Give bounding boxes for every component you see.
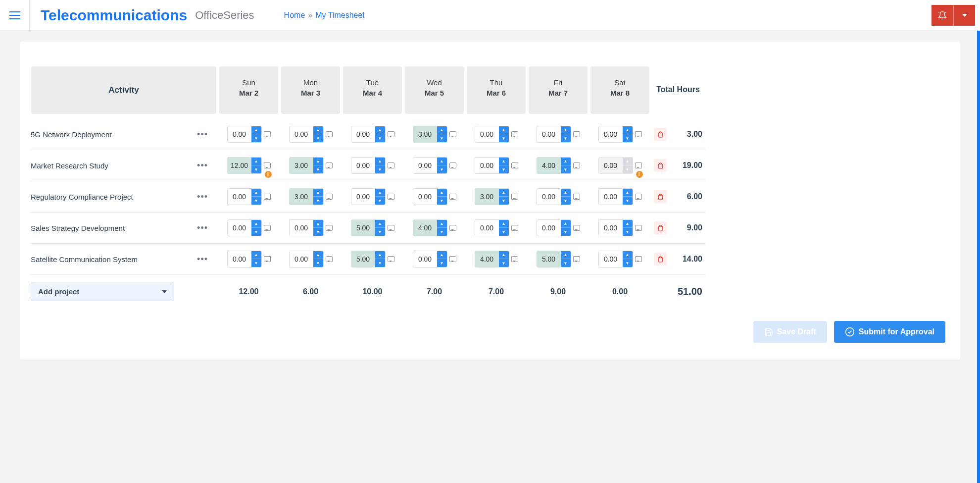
step-down-button[interactable]: ▼ bbox=[251, 197, 261, 205]
hours-stepper[interactable]: ▲▼ bbox=[598, 126, 633, 143]
note-icon[interactable] bbox=[326, 131, 333, 137]
hours-input[interactable] bbox=[413, 193, 437, 201]
hours-stepper[interactable]: ▲▼ bbox=[289, 188, 324, 205]
hours-stepper[interactable]: ▲▼ bbox=[413, 219, 447, 236]
step-up-button[interactable]: ▲ bbox=[313, 188, 323, 197]
hours-stepper[interactable]: ▲▼ bbox=[475, 188, 509, 205]
hours-input[interactable] bbox=[537, 255, 561, 263]
step-up-button[interactable]: ▲ bbox=[375, 126, 385, 134]
hours-input[interactable] bbox=[599, 193, 623, 201]
step-down-button[interactable]: ▼ bbox=[313, 259, 323, 268]
hours-input[interactable] bbox=[228, 161, 251, 169]
step-down-button[interactable]: ▼ bbox=[251, 259, 261, 268]
step-down-button[interactable]: ▼ bbox=[313, 197, 323, 205]
step-up-button[interactable]: ▲ bbox=[313, 126, 323, 134]
hours-stepper[interactable]: ▲▼ bbox=[475, 251, 509, 268]
step-down-button[interactable]: ▼ bbox=[623, 259, 633, 268]
step-up-button[interactable]: ▲ bbox=[623, 188, 633, 197]
step-down-button[interactable]: ▼ bbox=[437, 259, 447, 268]
step-up-button[interactable]: ▲ bbox=[623, 157, 633, 165]
note-icon[interactable] bbox=[388, 194, 394, 200]
step-up-button[interactable]: ▲ bbox=[313, 251, 323, 259]
hours-input[interactable] bbox=[537, 130, 561, 138]
hours-stepper[interactable]: ▲▼ bbox=[537, 126, 571, 143]
hours-stepper[interactable]: ▲▼ bbox=[413, 157, 447, 174]
note-icon[interactable] bbox=[449, 162, 456, 168]
hours-stepper[interactable]: ▲▼ bbox=[289, 219, 324, 236]
hours-stepper[interactable]: ▲▼ bbox=[227, 219, 262, 236]
note-icon[interactable] bbox=[635, 225, 642, 231]
step-down-button[interactable]: ▼ bbox=[623, 228, 633, 236]
step-down-button[interactable]: ▼ bbox=[561, 259, 571, 268]
hours-stepper[interactable]: ▲▼ bbox=[351, 126, 386, 143]
note-icon[interactable] bbox=[326, 162, 333, 168]
note-icon[interactable] bbox=[449, 131, 456, 137]
note-icon[interactable] bbox=[326, 256, 333, 262]
hours-input[interactable] bbox=[413, 161, 437, 169]
hours-input[interactable] bbox=[290, 130, 313, 138]
hours-stepper[interactable]: ▲▼ bbox=[413, 126, 447, 143]
row-menu-icon[interactable]: ••• bbox=[193, 190, 212, 204]
step-down-button[interactable]: ▼ bbox=[499, 197, 509, 205]
note-icon[interactable] bbox=[635, 256, 642, 262]
step-down-button[interactable]: ▼ bbox=[437, 165, 447, 174]
hours-input[interactable] bbox=[475, 130, 499, 138]
step-up-button[interactable]: ▲ bbox=[437, 251, 447, 259]
row-menu-icon[interactable]: ••• bbox=[193, 252, 212, 267]
step-down-button[interactable]: ▼ bbox=[375, 228, 385, 236]
step-down-button[interactable]: ▼ bbox=[499, 259, 509, 268]
hours-input[interactable] bbox=[475, 193, 499, 201]
step-down-button[interactable]: ▼ bbox=[375, 165, 385, 174]
step-down-button[interactable]: ▼ bbox=[499, 134, 509, 143]
row-menu-icon[interactable]: ••• bbox=[193, 221, 212, 235]
hours-input[interactable] bbox=[351, 193, 375, 201]
step-up-button[interactable]: ▲ bbox=[375, 219, 385, 228]
hamburger-menu-icon[interactable] bbox=[0, 0, 30, 31]
hours-input[interactable] bbox=[290, 255, 313, 263]
note-icon[interactable] bbox=[511, 162, 518, 168]
step-up-button[interactable]: ▲ bbox=[437, 219, 447, 228]
note-icon[interactable] bbox=[264, 225, 271, 231]
hours-input[interactable] bbox=[290, 161, 313, 169]
step-up-button[interactable]: ▲ bbox=[499, 188, 509, 197]
step-up-button[interactable]: ▲ bbox=[375, 157, 385, 165]
step-up-button[interactable]: ▲ bbox=[313, 219, 323, 228]
hours-stepper[interactable]: ▲▼ bbox=[289, 157, 324, 174]
step-down-button[interactable]: ▼ bbox=[623, 134, 633, 143]
step-up-button[interactable]: ▲ bbox=[375, 188, 385, 197]
note-icon[interactable] bbox=[449, 225, 456, 231]
hours-stepper[interactable]: ▲▼ bbox=[227, 157, 262, 174]
step-up-button[interactable]: ▲ bbox=[437, 188, 447, 197]
note-icon[interactable] bbox=[511, 256, 518, 262]
step-up-button[interactable]: ▲ bbox=[251, 157, 261, 165]
hours-input[interactable] bbox=[599, 130, 623, 138]
delete-row-button[interactable] bbox=[654, 253, 667, 266]
row-menu-icon[interactable]: ••• bbox=[193, 159, 212, 173]
delete-row-button[interactable] bbox=[654, 159, 667, 172]
hours-stepper[interactable]: ▲▼ bbox=[598, 157, 633, 174]
delete-row-button[interactable] bbox=[654, 128, 667, 141]
hours-stepper[interactable]: ▲▼ bbox=[475, 219, 509, 236]
step-down-button[interactable]: ▼ bbox=[623, 165, 633, 174]
step-down-button[interactable]: ▼ bbox=[251, 134, 261, 143]
hours-input[interactable] bbox=[475, 255, 499, 263]
hours-stepper[interactable]: ▲▼ bbox=[289, 251, 324, 268]
note-icon[interactable] bbox=[635, 162, 642, 168]
note-icon[interactable] bbox=[635, 194, 642, 200]
step-down-button[interactable]: ▼ bbox=[375, 134, 385, 143]
step-up-button[interactable]: ▲ bbox=[561, 251, 571, 259]
step-down-button[interactable]: ▼ bbox=[313, 165, 323, 174]
step-up-button[interactable]: ▲ bbox=[251, 219, 261, 228]
step-up-button[interactable]: ▲ bbox=[561, 188, 571, 197]
step-up-button[interactable]: ▲ bbox=[437, 126, 447, 134]
step-up-button[interactable]: ▲ bbox=[375, 251, 385, 259]
hours-input[interactable] bbox=[599, 255, 623, 263]
row-menu-icon[interactable]: ••• bbox=[193, 127, 212, 142]
delete-row-button[interactable] bbox=[654, 221, 667, 234]
step-up-button[interactable]: ▲ bbox=[313, 157, 323, 165]
note-icon[interactable] bbox=[264, 131, 271, 137]
hours-input[interactable] bbox=[351, 224, 375, 232]
step-down-button[interactable]: ▼ bbox=[313, 134, 323, 143]
hours-input[interactable] bbox=[413, 224, 437, 232]
step-down-button[interactable]: ▼ bbox=[561, 197, 571, 205]
